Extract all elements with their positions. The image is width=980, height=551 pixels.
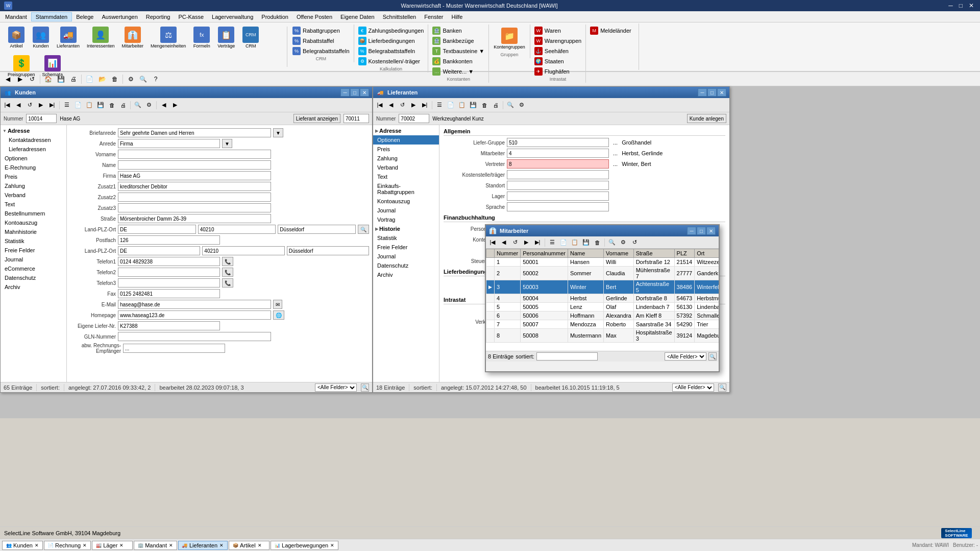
menu-produktion[interactable]: Produktion (257, 13, 292, 21)
standort-input[interactable] (507, 181, 609, 190)
lief-tb-new[interactable]: 📄 (446, 100, 456, 110)
ribbon-belegrabatt2[interactable]: % Belegrabattstaffeln (356, 46, 426, 56)
table-row[interactable]: 5 50005 Lenz Olaf Lindenbach 7 56130 Lin… (486, 303, 719, 312)
col-vorname[interactable]: Vorname (604, 249, 634, 258)
kunde-anlegen-btn[interactable]: Kunde anlegen (687, 114, 726, 123)
name-input[interactable] (118, 160, 271, 170)
ribbon-belegrabatt[interactable]: % Belegrabattstaffeln (290, 46, 352, 56)
ma-tb-prev[interactable]: ◀ (499, 237, 509, 248)
kunden-tb-delete[interactable]: 🗑 (107, 100, 117, 110)
lieferanten-number-input[interactable] (399, 114, 429, 123)
taskbar-lager-close[interactable]: ✕ (119, 543, 124, 548)
ma-tb-filter[interactable]: 🔍 (607, 237, 617, 248)
zusatz3-input[interactable] (118, 203, 271, 212)
kunden-tb-filter[interactable]: 🔍 (133, 100, 143, 110)
lief-tb-back[interactable]: ↺ (397, 100, 407, 110)
lief-sidebar-adresse[interactable]: ▶ Adresse (373, 126, 439, 135)
toolbar-save[interactable]: 💾 (55, 74, 67, 85)
ort2-input[interactable] (287, 246, 369, 255)
taskbar-mandant-close[interactable]: ✕ (168, 543, 174, 548)
sidebar-mahnhistorie[interactable]: Mahnhistorie (1, 227, 66, 236)
sidebar-erechnung[interactable]: E-Rechnung (1, 163, 66, 172)
ribbon-formeln[interactable]: fx Formeln (190, 25, 213, 51)
col-plz[interactable]: PLZ (674, 249, 695, 258)
lief-tb-settings[interactable]: ⚙ (517, 100, 527, 110)
menu-eigene-daten[interactable]: Eigene Daten (336, 13, 379, 21)
vertreter-nr-input[interactable] (507, 159, 609, 169)
kostenstelle-input[interactable] (507, 170, 609, 179)
anrede-dropdown[interactable]: ▼ (222, 139, 232, 148)
ribbon-staaten[interactable]: 🌍 Staaten (532, 56, 583, 66)
menu-lagerverwaltung[interactable]: Lagerverwaltung (208, 13, 257, 21)
sidebar-verband[interactable]: Verband (1, 190, 66, 200)
ribbon-meldelaender[interactable]: M Meldeländer (588, 26, 633, 36)
taskbar-lieferanten[interactable]: 🚚 Lieferanten ✕ (178, 541, 228, 550)
ribbon-bankkonten[interactable]: 💰 Bankkonten (430, 56, 486, 66)
taskbar-lagerbewegungen[interactable]: 📊 Lagerbewegungen ✕ (271, 541, 338, 550)
kunden-tb-nav2[interactable]: ▶ (170, 100, 180, 110)
kunden-tb-back[interactable]: ↺ (24, 100, 35, 110)
table-row[interactable]: 7 50007 Mendozza Roberto Saarstraße 34 5… (486, 320, 719, 329)
ribbon-textbausteine[interactable]: T Textbausteine ▼ (430, 46, 486, 56)
taskbar-kunden-close[interactable]: ✕ (34, 543, 39, 548)
lief-sidebar-journal[interactable]: Journal (373, 206, 439, 215)
toolbar-print[interactable]: 🖨 (68, 74, 79, 85)
zusatz2-input[interactable] (118, 193, 271, 202)
land-input[interactable] (118, 225, 196, 234)
sidebar-kontoauszug[interactable]: Kontoauszug (1, 218, 66, 227)
sidebar-kontaktadressen[interactable]: Kontaktadressen (1, 135, 66, 145)
lief-tb-copy[interactable]: 📋 (457, 100, 467, 110)
lief-tb-delete[interactable]: 🗑 (479, 100, 489, 110)
sidebar-bestellnummern[interactable]: Bestellnummern (1, 209, 66, 218)
menu-reporting[interactable]: Reporting (142, 13, 175, 21)
lief-sidebar-text[interactable]: Text (373, 172, 439, 181)
menu-hilfe[interactable]: Hilfe (447, 13, 467, 21)
lief-filter-select[interactable]: <Alle Felder> (672, 384, 714, 392)
lief-sidebar-einkauf[interactable]: Einkaufs-Rabattgruppen (373, 181, 439, 197)
toolbar-forward[interactable]: ▶ (14, 74, 26, 85)
lief-tb-first[interactable]: |◀ (375, 100, 385, 110)
toolbar-refresh[interactable]: ↺ (27, 74, 38, 85)
taskbar-mandant[interactable]: 🏢 Mandant ✕ (134, 541, 177, 550)
vorname-input[interactable] (118, 150, 271, 159)
taskbar-artikel-close[interactable]: ✕ (257, 543, 262, 548)
taskbar-lager[interactable]: 🏭 Läger ✕ (92, 541, 133, 550)
sidebar-freie-felder[interactable]: Freie Felder (1, 246, 66, 255)
telefon1-call[interactable]: 📞 (222, 257, 233, 266)
briefanrede-dropdown[interactable]: ▼ (273, 128, 283, 137)
kunden-tb-prev[interactable]: ◀ (13, 100, 23, 110)
telefon2-input[interactable] (118, 268, 220, 277)
ma-filter-input[interactable] (536, 352, 598, 361)
firma-input[interactable] (118, 171, 271, 180)
lief-tb-list[interactable]: ☰ (434, 100, 445, 110)
lief-sidebar-kontoauszug[interactable]: Kontoauszug (373, 197, 439, 206)
land2-input[interactable] (118, 246, 200, 255)
ma-tb-next[interactable]: ▶ (521, 237, 531, 248)
ribbon-artikel[interactable]: 📦 Artikel (5, 25, 28, 51)
table-row[interactable]: 1 50001 Hansen Willi Dorfstraße 12 21514… (486, 258, 719, 267)
kunden-maximize[interactable]: □ (350, 88, 359, 97)
fax-input[interactable] (118, 289, 220, 298)
ribbon-interessenten[interactable]: 👤 Interessenten (84, 25, 117, 51)
kunden-tb-first[interactable]: |◀ (2, 100, 12, 110)
sidebar-zahlung[interactable]: Zahlung (1, 181, 66, 190)
lief-sidebar-preis[interactable]: Preis (373, 145, 439, 154)
kunden-tb-list[interactable]: ☰ (62, 100, 72, 110)
kunden-close[interactable]: ✕ (360, 88, 369, 97)
lief-sidebar-archiv[interactable]: Archiv (373, 270, 439, 279)
ma-tb-last[interactable]: ▶| (532, 237, 543, 248)
sidebar-datenschutz[interactable]: Datenschutz (1, 273, 66, 282)
lief-tb-prev[interactable]: ◀ (386, 100, 396, 110)
table-row[interactable]: 2 50002 Sommer Claudia Mühlenstraße 7 27… (486, 267, 719, 280)
lieferanten-title-bar[interactable]: 🚚 Lieferanten ─ □ ✕ (373, 87, 729, 98)
menu-fenster[interactable]: Fenster (420, 13, 447, 21)
briefanrede-input[interactable] (118, 128, 271, 137)
ma-tb-save[interactable]: 💾 (581, 237, 591, 248)
sidebar-statistik[interactable]: Statistik (1, 236, 66, 246)
kunden-tb-last[interactable]: ▶| (47, 100, 57, 110)
maximize-btn[interactable]: □ (957, 2, 965, 9)
kunden-tb-next[interactable]: ▶ (36, 100, 46, 110)
ribbon-banken[interactable]: 🏦 Banken (430, 26, 486, 36)
kunden-minimize[interactable]: ─ (340, 88, 350, 97)
ma-tb-copy[interactable]: 📋 (570, 237, 580, 248)
